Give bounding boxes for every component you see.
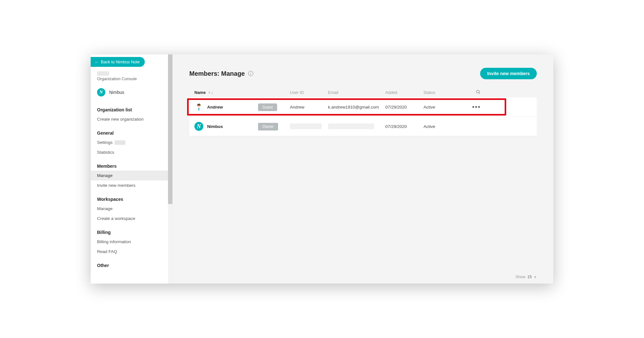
org-console-label: Organization Console <box>91 76 172 85</box>
nav-section-members: Members Manage Invite new members <box>91 157 172 190</box>
col-name-label: Name <box>194 90 206 95</box>
svg-point-0 <box>477 90 480 93</box>
nav-heading-members: Members <box>91 160 172 171</box>
nav-settings[interactable]: Settings <box>91 137 172 147</box>
nav-read-faq[interactable]: Read FAQ <box>91 247 172 257</box>
org-badge-icon: N <box>97 88 105 96</box>
selected-org[interactable]: N Nimbus <box>91 85 172 101</box>
redacted-block <box>97 71 109 76</box>
row-actions-button[interactable]: ••• <box>472 103 481 111</box>
nav-create-organization[interactable]: Create new organization <box>91 114 172 124</box>
nav-section-workspaces: Workspaces Manage Create a workspace <box>91 190 172 223</box>
col-name[interactable]: Name ↑ ↓ <box>194 90 258 95</box>
footer-show-label: Show <box>515 275 525 279</box>
svg-line-1 <box>479 93 480 94</box>
role-badge: Guest <box>258 103 277 111</box>
member-name: Andrew <box>207 105 223 109</box>
sort-asc-icon: ↑ <box>208 90 210 95</box>
svg-rect-3 <box>199 108 200 110</box>
back-to-app-button[interactable]: ← Back to Nimbus Note <box>91 57 145 67</box>
nav-members-invite[interactable]: Invite new members <box>91 180 172 190</box>
nav-workspaces-manage[interactable]: Manage <box>91 204 172 214</box>
sidebar-scroll: ← Back to Nimbus Note Organization Conso… <box>91 54 172 284</box>
nav-billing-info[interactable]: Billing information <box>91 237 172 247</box>
nav-section-billing: Billing Billing information Read FAQ <box>91 223 172 257</box>
search-icon[interactable] <box>476 89 481 95</box>
nav-heading-workspaces: Workspaces <box>91 194 172 204</box>
page-title-wrap: Members: Manage i <box>189 70 253 77</box>
cell-added: 07/29/2020 <box>385 105 424 109</box>
nav-section-general: General Settings Statistics <box>91 124 172 157</box>
cell-name: Andrew <box>194 102 258 111</box>
arrow-left-icon: ← <box>94 60 99 64</box>
table-row[interactable]: AndrewGuestAndrewk.andrew1910@gmail.com0… <box>189 97 537 117</box>
caret-down-icon: ▼ <box>534 275 537 279</box>
nav-heading-other: Other <box>91 260 172 270</box>
back-label: Back to Nimbus Note <box>101 60 140 64</box>
footer-page-size: 15 <box>527 275 532 279</box>
col-added[interactable]: Added <box>385 90 424 95</box>
nav-workspaces-create[interactable]: Create a workspace <box>91 214 172 223</box>
cell-user-id <box>290 123 328 129</box>
col-email[interactable]: Email <box>328 90 385 95</box>
redacted-block <box>290 123 322 129</box>
cell-status: Active <box>424 124 462 129</box>
invite-members-button[interactable]: Invite new members <box>480 68 537 79</box>
page-header: Members: Manage i Invite new members <box>189 68 537 79</box>
redacted-block <box>328 123 374 129</box>
main-content: Members: Manage i Invite new members Nam… <box>173 54 553 284</box>
nav-settings-label: Settings <box>97 140 113 145</box>
info-icon[interactable]: i <box>248 71 253 76</box>
nav-section-other: Other <box>91 257 172 270</box>
sidebar-scrollbar[interactable] <box>168 54 172 284</box>
nav-heading-billing: Billing <box>91 227 172 237</box>
nav-section-org: Organization list Create new organizatio… <box>91 101 172 124</box>
members-table: AndrewGuestAndrewk.andrew1910@gmail.com0… <box>189 97 537 136</box>
page-title: Members: Manage <box>189 70 245 77</box>
scrollbar-thumb[interactable] <box>168 54 172 204</box>
cell-email: k.andrew1910@gmail.com <box>328 105 385 109</box>
sort-desc-icon: ↓ <box>211 90 213 95</box>
col-user-id[interactable]: User ID <box>290 90 328 95</box>
pagination-footer[interactable]: Show 15 ▼ <box>515 275 537 279</box>
member-name: Nimbus <box>207 124 223 129</box>
cell-email <box>328 123 385 129</box>
cell-added: 07/29/2020 <box>385 124 424 129</box>
role-badge: Owner <box>258 123 278 130</box>
sort-arrows-icon[interactable]: ↑ ↓ <box>208 90 213 95</box>
selected-org-name: Nimbus <box>109 90 124 95</box>
table-header: Name ↑ ↓ User ID Email Added Status <box>189 88 537 97</box>
cell-name: NNimbus <box>194 122 258 131</box>
nav-members-manage[interactable]: Manage <box>91 171 172 180</box>
redacted-block <box>115 140 125 145</box>
avatar: N <box>194 122 203 131</box>
sidebar: ← Back to Nimbus Note Organization Conso… <box>91 54 173 284</box>
cell-status: Active <box>424 105 462 109</box>
nav-heading-general: General <box>91 127 172 137</box>
app-frame: ← Back to Nimbus Note Organization Conso… <box>91 54 553 284</box>
cell-user-id: Andrew <box>290 105 328 109</box>
avatar <box>194 102 203 111</box>
col-status[interactable]: Status <box>424 90 462 95</box>
table-row[interactable]: NNimbusOwner07/29/2020Active <box>189 117 537 136</box>
nav-statistics[interactable]: Statistics <box>91 147 172 157</box>
org-logo-placeholder <box>91 69 172 76</box>
nav-heading-org-list: Organization list <box>91 104 172 114</box>
